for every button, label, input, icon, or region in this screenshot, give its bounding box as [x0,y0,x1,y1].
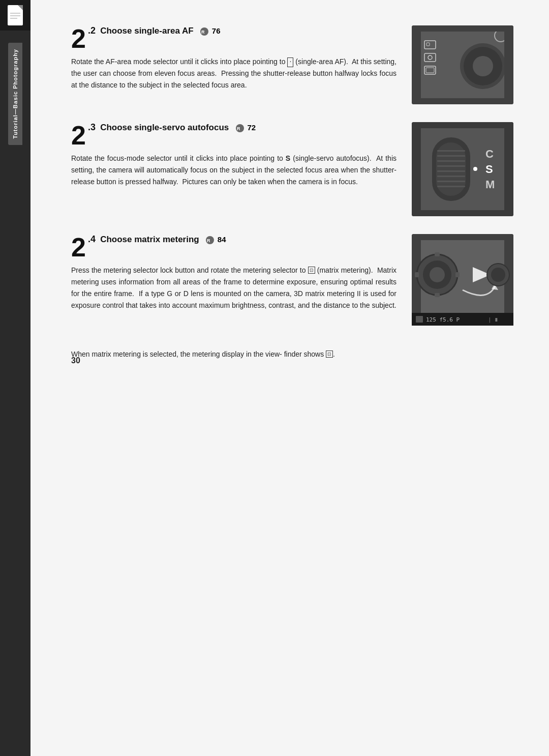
svg-rect-35 [437,176,465,177]
section-2-2: 2 .2 Choose single-area AF R 76 [71,25,524,104]
svg-rect-24 [412,122,421,216]
svg-text:125  f5.6  P: 125 f5.6 P [426,316,460,323]
svg-text:R: R [237,126,240,131]
svg-rect-21 [504,25,513,104]
svg-point-10 [473,56,493,76]
svg-rect-31 [437,155,465,157]
svg-rect-2 [10,13,20,14]
svg-text:S: S [485,163,493,176]
footer-text-3: . [333,350,335,358]
section-2-4-ref-icon: R [206,236,214,244]
matrix-icon-inline: ⊡ [308,267,315,274]
section-2-4-heading-inline: .4 Choose matrix metering R 84 [88,234,396,245]
section-2-2-ref-icon: R [200,27,208,36]
section-2-2-title: Choose single-area AF [98,26,196,36]
svg-rect-34 [437,170,465,172]
svg-rect-37 [437,186,465,187]
footer-text-1: When matrix metering is selected, the me… [71,350,282,358]
section-2-3-ref-icon: R [236,124,244,132]
section-2-3-number: 2 [71,122,86,149]
svg-rect-59 [416,316,423,323]
document-icon [8,5,23,25]
section-2-2-heading-inline: .2 Choose single-area AF R 76 [88,25,396,37]
section-2-4-page: 84 [218,235,226,244]
matrix-inline-icon-footer: ⊡ [326,351,333,358]
svg-rect-30 [437,150,465,152]
svg-rect-33 [437,165,465,167]
footer-text-2: finder shows [284,350,324,358]
svg-point-49 [430,267,445,282]
svg-point-57 [491,268,505,282]
section-2-4-title: Choose matrix metering [98,235,201,244]
svg-rect-53 [455,272,460,277]
section-2-3-heading-inline: .3 Choose single-servo autofocus R 72 [88,122,396,133]
section-2-3-image: C S M [412,122,524,216]
section-2-3-title: Choose single-servo autofocus [98,123,231,132]
focus-mode-illustration: C S M [412,122,513,216]
svg-rect-26 [412,122,513,128]
svg-rect-20 [412,98,513,104]
section-2-2-heading-block: 2 .2 Choose single-area AF R 76 [71,25,396,52]
bookmark-icon-box [0,0,30,31]
svg-text:R: R [201,30,205,35]
section-2-4-image: 125 f5.6 P | ∎ [412,234,524,326]
svg-rect-50 [435,252,440,256]
svg-text:C: C [485,148,494,160]
section-2-2-number: 2 [71,25,86,52]
tutorial-tab-label: Tutorial—Basic Photography [12,49,18,139]
af-selector-illustration [412,25,513,104]
svg-text:M: M [485,178,495,191]
section-2-2-image [412,25,524,104]
svg-rect-4 [10,18,17,19]
svg-point-41 [473,167,477,171]
section-2-4-heading-block: 2 .4 Choose matrix metering R 84 [71,234,396,260]
section-2-3-page: 72 [247,123,256,132]
section-2-3: 2 .3 Choose single-servo autofocus R 72 [71,122,524,216]
svg-rect-51 [435,293,440,297]
section-2-4: 2 .4 Choose matrix metering R 84 [71,234,524,326]
footer-note: When matrix metering is selected, the me… [71,343,524,360]
section-2-2-text: 2 .2 Choose single-area AF R 76 [71,25,412,104]
footer-body: When matrix metering is selected, the me… [71,348,524,360]
page-number: 30 [71,356,80,365]
svg-rect-3 [10,15,20,16]
single-area-bracket-symbol: · [287,57,293,67]
section-2-2-dotnumber: .2 [88,25,96,36]
svg-rect-27 [412,210,513,216]
section-2-2-page: 76 [212,26,221,35]
matrix-metering-illustration: 125 f5.6 P | ∎ [412,234,513,326]
svg-text:R: R [207,238,210,243]
tutorial-tab[interactable]: Tutorial—Basic Photography [8,43,22,145]
section-2-2-body: Rotate the AF-area mode selector until i… [71,56,396,91]
section-2-3-text: 2 .3 Choose single-servo autofocus R 72 [71,122,412,216]
svg-rect-36 [437,181,465,182]
section-2-3-heading-block: 2 .3 Choose single-servo autofocus R 72 [71,122,396,149]
section-2-4-number: 2 [71,234,86,260]
section-2-3-body: Rotate the focus-mode selector until it … [71,153,396,188]
svg-rect-52 [415,272,419,277]
sidebar: Tutorial—Basic Photography [0,0,30,756]
section-2-4-body: Press the metering selector lock button … [71,265,396,311]
svg-rect-18 [412,25,421,104]
svg-text:|  ∎: | ∎ [488,316,498,323]
main-content: 2 .2 Choose single-area AF R 76 [30,0,549,375]
svg-rect-19 [412,25,513,32]
svg-rect-46 [412,234,513,240]
section-2-4-dotnumber: .4 [88,234,96,244]
svg-rect-32 [437,160,465,162]
svg-rect-25 [504,122,513,216]
section-2-4-text: 2 .4 Choose matrix metering R 84 [71,234,412,326]
section-2-3-dotnumber: .3 [88,122,96,132]
